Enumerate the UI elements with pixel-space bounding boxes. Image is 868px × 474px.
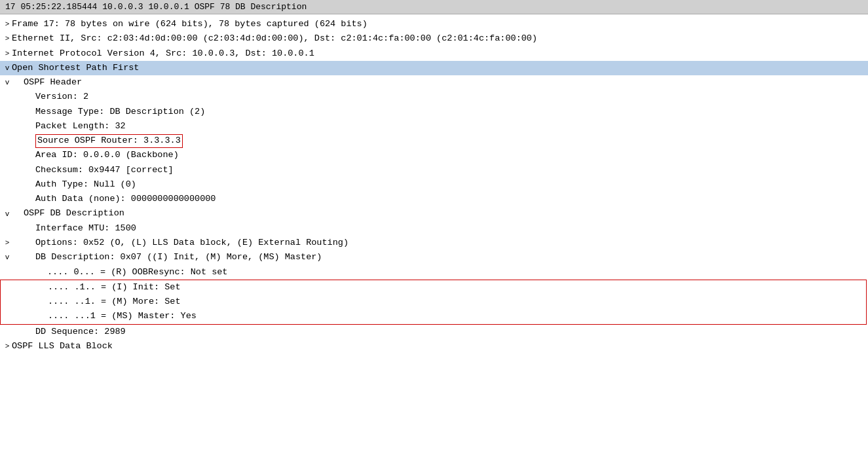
row-text-msgtype: Message Type: DB Description (2): [35, 105, 205, 119]
packet-tree: >Frame 17: 78 bytes on wire (624 bits), …: [0, 14, 868, 356]
row-text-lls: OSPF LLS Data Block: [12, 339, 113, 354]
row-text-ifmtu: Interface MTU: 1500: [35, 221, 136, 236]
toggle-frame[interactable]: >: [3, 18, 12, 30]
tree-row-frame[interactable]: >Frame 17: 78 bytes on wire (624 bits), …: [0, 17, 868, 31]
tree-row-more[interactable]: .... ..1. = (M) More: Set: [1, 295, 866, 309]
row-text-ip: Internet Protocol Version 4, Src: 10.0.0…: [12, 46, 314, 61]
tree-row-ethernet[interactable]: >Ethernet II, Src: c2:03:4d:0d:00:00 (c2…: [0, 31, 868, 46]
row-text-checksum: Checksum: 0x9447 [correct]: [35, 163, 174, 177]
toggle-ospf-header[interactable]: v: [3, 77, 12, 88]
row-text-authtype: Auth Type: Null (0): [35, 177, 136, 192]
db-flags-group: .... .1.. = (I) Init: Set.... ..1. = (M)…: [0, 280, 867, 325]
tree-row-ddseq[interactable]: DD Sequence: 2989: [0, 325, 868, 339]
tree-row-dbdesc[interactable]: vDB Description: 0x07 ((I) Init, (M) Mor…: [0, 250, 868, 264]
toggle-ip[interactable]: >: [3, 48, 12, 60]
tree-row-checksum[interactable]: Checksum: 0x9447 [correct]: [0, 163, 868, 177]
tree-row-msgtype[interactable]: Message Type: DB Description (2): [0, 105, 868, 119]
row-text-pktlen: Packet Length: 32: [35, 119, 126, 134]
toggle-ethernet[interactable]: >: [3, 33, 12, 45]
tree-row-srcospf[interactable]: Source OSPF Router: 3.3.3.3: [0, 134, 868, 148]
row-text-oobresync: .... 0... = (R) OOBResync: Not set: [47, 265, 227, 280]
topbar-content: 17 05:25:22.185444 10.0.0.3 10.0.0.1 OSP…: [5, 2, 307, 12]
row-text-master: .... ...1 = (MS) Master: Yes: [48, 309, 197, 323]
tree-row-ospf-db[interactable]: vOSPF DB Description: [0, 206, 868, 221]
row-text-ospf-header: OSPF Header: [24, 75, 82, 90]
row-text-frame: Frame 17: 78 bytes on wire (624 bits), 7…: [12, 17, 368, 31]
toggle-lls[interactable]: >: [3, 340, 12, 352]
row-text-dbdesc: DB Description: 0x07 ((I) Init, (M) More…: [35, 250, 322, 264]
top-bar: 17 05:25:22.185444 10.0.0.3 10.0.0.1 OSP…: [0, 0, 868, 14]
row-text-authdata: Auth Data (none): 0000000000000000: [35, 192, 216, 206]
tree-row-options[interactable]: >Options: 0x52 (O, (L) LLS Data block, (…: [0, 236, 868, 250]
tree-row-ifmtu[interactable]: Interface MTU: 1500: [0, 221, 868, 236]
toggle-options[interactable]: >: [3, 237, 12, 249]
tree-row-pktlen[interactable]: Packet Length: 32: [0, 119, 868, 134]
row-text-ospf-db: OSPF DB Description: [24, 206, 124, 221]
tree-row-ospf-header[interactable]: vOSPF Header: [0, 75, 868, 90]
row-text-init: .... .1.. = (I) Init: Set: [48, 280, 181, 295]
row-text-ethernet: Ethernet II, Src: c2:03:4d:0d:00:00 (c2:…: [12, 31, 537, 46]
row-text-version: Version: 2: [35, 90, 88, 104]
tree-row-authdata[interactable]: Auth Data (none): 0000000000000000: [0, 192, 868, 206]
toggle-ospf[interactable]: v: [3, 62, 12, 74]
tree-row-authtype[interactable]: Auth Type: Null (0): [0, 177, 868, 192]
tree-row-ospf[interactable]: vOpen Shortest Path First: [0, 61, 868, 75]
row-text-srcospf: Source OSPF Router: 3.3.3.3: [35, 134, 183, 148]
row-text-ospf: Open Shortest Path First: [12, 61, 139, 75]
row-text-areaid: Area ID: 0.0.0.0 (Backbone): [35, 148, 179, 162]
toggle-ospf-db[interactable]: v: [3, 208, 12, 220]
tree-row-oobresync[interactable]: .... 0... = (R) OOBResync: Not set: [0, 265, 868, 280]
row-text-ddseq: DD Sequence: 2989: [35, 325, 126, 339]
tree-row-master[interactable]: .... ...1 = (MS) Master: Yes: [1, 309, 866, 323]
tree-row-lls[interactable]: >OSPF LLS Data Block: [0, 339, 868, 354]
tree-row-init[interactable]: .... .1.. = (I) Init: Set: [1, 280, 866, 295]
toggle-dbdesc[interactable]: v: [3, 251, 12, 263]
row-text-options: Options: 0x52 (O, (L) LLS Data block, (E…: [35, 236, 349, 250]
tree-row-version[interactable]: Version: 2: [0, 90, 868, 104]
row-text-more: .... ..1. = (M) More: Set: [48, 295, 181, 309]
tree-row-ip[interactable]: >Internet Protocol Version 4, Src: 10.0.…: [0, 46, 868, 61]
tree-row-areaid[interactable]: Area ID: 0.0.0.0 (Backbone): [0, 148, 868, 162]
